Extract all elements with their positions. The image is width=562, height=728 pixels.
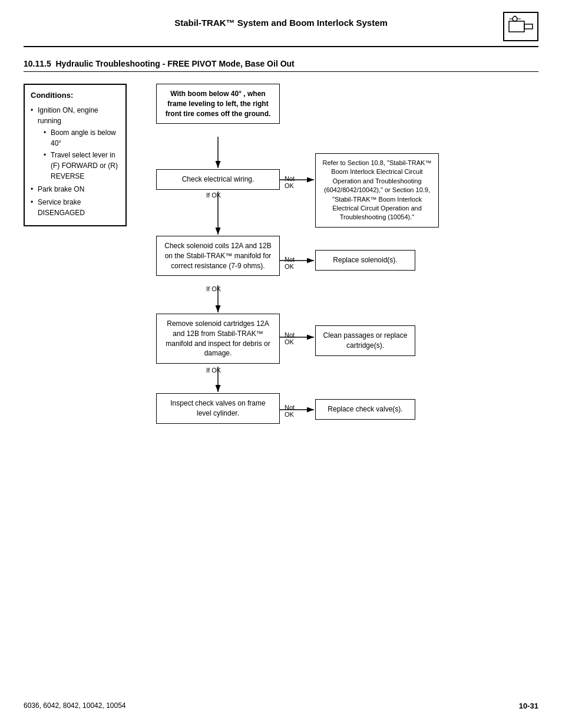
conditions-box: Conditions: Ignition ON, engine running …	[24, 84, 127, 226]
conditions-sublist: Boom angle is below 40° Travel select le…	[38, 127, 120, 182]
footer-page: 10-31	[519, 701, 538, 710]
flow-not-ok-3: Clean passages or replace cartridge(s).	[315, 325, 415, 356]
flow-box-4: Inspect check valves on frame level cyli…	[156, 393, 280, 424]
if-ok-label-2: If OK	[206, 285, 221, 292]
flow-box-3: Remove solenoid cartridges 12A and 12B f…	[156, 314, 280, 364]
flow-not-ok-2: Replace solenoid(s).	[315, 250, 415, 271]
main-content: Conditions: Ignition ON, engine running …	[24, 84, 538, 485]
flowchart-arrows	[138, 84, 538, 485]
not-ok-label-1: NotOK	[285, 175, 295, 189]
condition-item-1: Ignition ON, engine running Boom angle i…	[31, 105, 120, 182]
page: Stabil-TRAK™ System and Boom Interlock S…	[0, 0, 562, 728]
flowchart: With boom below 40° , when frame levelin…	[138, 84, 538, 485]
svg-rect-0	[509, 21, 524, 32]
condition-subitem-1: Boom angle is below 40°	[44, 127, 120, 149]
footer: 6036, 6042, 8042, 10042, 10054 10-31	[24, 701, 538, 710]
flow-start-box: With boom below 40° , when frame levelin…	[156, 84, 280, 124]
condition-subitem-2: Travel select lever in (F) FORWARD or (R…	[44, 150, 120, 182]
flow-box-2: Check solenoid coils 12A and 12B on the …	[156, 236, 280, 276]
if-ok-label-3: If OK	[206, 367, 221, 374]
header-title: Stabil-TRAK™ System and Boom Interlock S…	[59, 12, 503, 28]
if-ok-label-1: If OK	[206, 192, 221, 199]
svg-point-2	[513, 17, 517, 21]
svg-rect-1	[524, 24, 533, 29]
section-title: 10.11.5 Hydraulic Troubleshooting - FREE…	[24, 59, 538, 72]
not-ok-label-4: NotOK	[285, 404, 295, 418]
page-header: Stabil-TRAK™ System and Boom Interlock S…	[24, 12, 538, 47]
flow-not-ok-4: Replace check valve(s).	[315, 399, 415, 420]
flow-box-1: Check electrical wiring.	[156, 169, 280, 190]
flow-not-ok-1: Refer to Section 10.8, "Stabil-TRAK™ Boo…	[315, 153, 439, 228]
condition-item-2: Park brake ON	[31, 184, 120, 195]
not-ok-label-3: NotOK	[285, 331, 295, 345]
not-ok-label-2: NotOK	[285, 256, 295, 270]
condition-item-3: Service brake DISENGAGED	[31, 197, 120, 218]
conditions-list: Ignition ON, engine running Boom angle i…	[31, 105, 120, 218]
header-icon	[503, 12, 538, 41]
conditions-title: Conditions:	[31, 90, 120, 101]
footer-models: 6036, 6042, 8042, 10042, 10054	[24, 701, 126, 710]
